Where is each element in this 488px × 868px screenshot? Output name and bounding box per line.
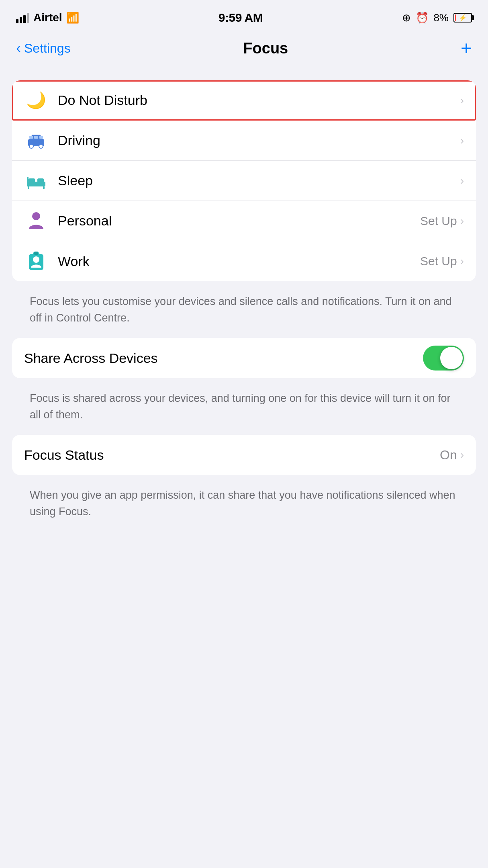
- status-left: Airtel 📶: [16, 11, 79, 24]
- chevron-right-icon: ›: [460, 448, 464, 461]
- sleep-label: Sleep: [58, 173, 460, 188]
- chevron-right-icon: ›: [460, 215, 464, 227]
- focus-status-right: On ›: [440, 448, 464, 463]
- battery-indicator: ⚡: [453, 13, 472, 23]
- moon-icon: 🌙: [24, 88, 48, 113]
- personal-setup: Set Up ›: [420, 214, 464, 228]
- carrier-label: Airtel: [33, 11, 62, 24]
- focus-status-description: When you give an app permission, it can …: [12, 479, 476, 532]
- car-icon: [24, 129, 48, 153]
- focus-status-row[interactable]: Focus Status On ›: [12, 435, 476, 475]
- focus-item-sleep[interactable]: Sleep ›: [12, 161, 476, 201]
- back-button[interactable]: ‹ Settings: [16, 41, 71, 56]
- bed-icon: [24, 169, 48, 193]
- svg-rect-8: [37, 178, 44, 182]
- focus-item-driving[interactable]: Driving ›: [12, 121, 476, 161]
- page-title: Focus: [243, 40, 288, 57]
- svg-point-2: [39, 144, 43, 148]
- status-right: ⊕ ⏰ 8% ⚡: [402, 12, 472, 24]
- signal-bars: [16, 12, 29, 23]
- charging-bolt: ⚡: [459, 14, 467, 22]
- chevron-right-icon: ›: [460, 134, 464, 147]
- focus-item-do-not-disturb[interactable]: 🌙 Do Not Disturb ›: [12, 80, 476, 121]
- work-label: Work: [58, 254, 420, 269]
- back-label: Settings: [24, 41, 71, 56]
- alarm-icon: ⏰: [416, 12, 429, 24]
- chevron-right-icon: ›: [460, 174, 464, 187]
- focus-list-card: 🌙 Do Not Disturb › Driving: [12, 80, 476, 281]
- back-chevron-icon: ‹: [16, 41, 21, 55]
- work-setup-label: Set Up: [420, 254, 457, 268]
- personal-label: Personal: [58, 213, 420, 229]
- focus-item-personal[interactable]: Personal Set Up ›: [12, 201, 476, 241]
- add-button[interactable]: +: [461, 39, 472, 58]
- nav-header: ‹ Settings Focus +: [0, 32, 488, 68]
- sleep-chevron: ›: [460, 174, 464, 187]
- focus-status-value: On: [440, 448, 457, 463]
- svg-rect-3: [34, 136, 38, 139]
- share-across-devices-label: Share Across Devices: [24, 350, 423, 366]
- svg-rect-4: [29, 136, 33, 139]
- svg-rect-16: [34, 252, 38, 255]
- svg-rect-5: [39, 136, 43, 139]
- focus-status-card: Focus Status On ›: [12, 435, 476, 475]
- personal-setup-label: Set Up: [420, 214, 457, 228]
- svg-point-14: [33, 256, 39, 263]
- main-content: 🌙 Do Not Disturb › Driving: [0, 68, 488, 532]
- svg-rect-10: [28, 186, 29, 189]
- share-across-devices-card: Share Across Devices: [12, 338, 476, 378]
- svg-rect-11: [43, 186, 45, 189]
- person-icon: [24, 209, 48, 233]
- driving-label: Driving: [58, 133, 460, 148]
- battery-percent: 8%: [433, 12, 449, 24]
- svg-point-12: [32, 212, 40, 220]
- screen-time-icon: ⊕: [402, 12, 411, 24]
- chevron-right-icon: ›: [460, 255, 464, 268]
- wifi-icon: 📶: [66, 12, 79, 24]
- svg-rect-7: [29, 178, 35, 182]
- share-across-devices-toggle[interactable]: [423, 346, 464, 371]
- svg-point-1: [29, 144, 33, 148]
- do-not-disturb-chevron: ›: [460, 94, 464, 107]
- focus-status-label: Focus Status: [24, 447, 440, 463]
- focus-description: Focus lets you customise your devices an…: [12, 285, 476, 338]
- svg-rect-9: [27, 177, 29, 186]
- focus-item-work[interactable]: Work Set Up ›: [12, 241, 476, 281]
- share-description: Focus is shared across your devices, and…: [12, 382, 476, 435]
- do-not-disturb-label: Do Not Disturb: [58, 92, 460, 108]
- driving-chevron: ›: [460, 134, 464, 147]
- work-setup: Set Up ›: [420, 254, 464, 268]
- work-icon: [24, 249, 48, 273]
- share-across-devices-row[interactable]: Share Across Devices: [12, 338, 476, 378]
- chevron-right-icon: ›: [460, 94, 464, 107]
- toggle-thumb: [440, 347, 463, 369]
- time-display: 9:59 AM: [218, 11, 263, 25]
- status-bar: Airtel 📶 9:59 AM ⊕ ⏰ 8% ⚡: [0, 0, 488, 32]
